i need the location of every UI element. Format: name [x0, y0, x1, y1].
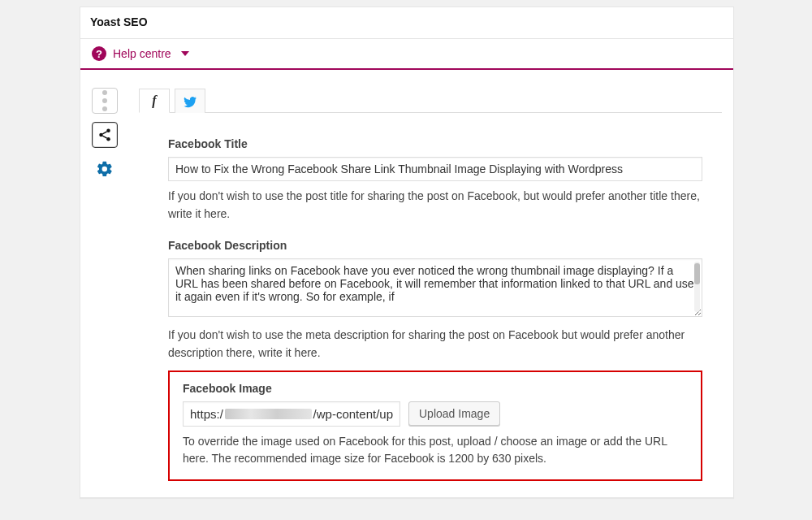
yoast-seo-metabox: Yoast SEO ? Help centre [80, 6, 734, 498]
side-tab-readability[interactable] [92, 88, 118, 114]
facebook-title-label: Facebook Title [168, 137, 702, 150]
facebook-title-help: If you don't wish to use the post title … [168, 188, 702, 223]
facebook-description-label: Facebook Description [168, 239, 702, 252]
facebook-image-url-input[interactable]: https:/ /wp-content/up [183, 401, 400, 427]
panel-title: Yoast SEO [80, 7, 733, 38]
social-settings: f Facebook Title If you don't wish to us… [142, 88, 722, 481]
side-tab-social[interactable] [92, 122, 118, 148]
facebook-icon: f [152, 93, 156, 108]
gear-icon [96, 160, 114, 178]
facebook-image-help: To override the image used on Facebook f… [183, 433, 688, 468]
help-centre-label: Help centre [113, 47, 171, 60]
twitter-icon [183, 94, 197, 109]
side-tab-list [92, 88, 127, 481]
upload-image-button[interactable]: Upload Image [408, 401, 500, 426]
svg-line-3 [102, 132, 106, 134]
tab-facebook[interactable]: f [139, 89, 170, 113]
svg-line-4 [102, 136, 106, 138]
url-prefix: https:/ [190, 407, 223, 421]
facebook-title-input[interactable] [168, 157, 702, 181]
share-icon [97, 128, 112, 142]
facebook-description-help: If you don't wish to use the meta descri… [168, 327, 702, 362]
scrollbar[interactable] [694, 262, 700, 312]
traffic-light-icon [101, 90, 109, 111]
side-tab-advanced[interactable] [92, 156, 118, 182]
panel-body: f Facebook Title If you don't wish to us… [80, 70, 733, 497]
tab-twitter[interactable] [175, 89, 205, 113]
facebook-section: Facebook Title If you don't wish to use … [142, 113, 722, 481]
facebook-description-input[interactable] [168, 258, 702, 317]
url-suffix: /wp-content/up [313, 407, 393, 421]
facebook-image-label: Facebook Image [183, 382, 688, 395]
url-redacted [225, 409, 312, 419]
facebook-image-highlight: Facebook Image https:/ /wp-content/up Up… [168, 370, 702, 481]
social-tabs: f [139, 88, 722, 113]
help-centre-toggle[interactable]: ? Help centre [80, 38, 733, 68]
chevron-down-icon [181, 51, 189, 56]
help-icon: ? [92, 46, 106, 61]
